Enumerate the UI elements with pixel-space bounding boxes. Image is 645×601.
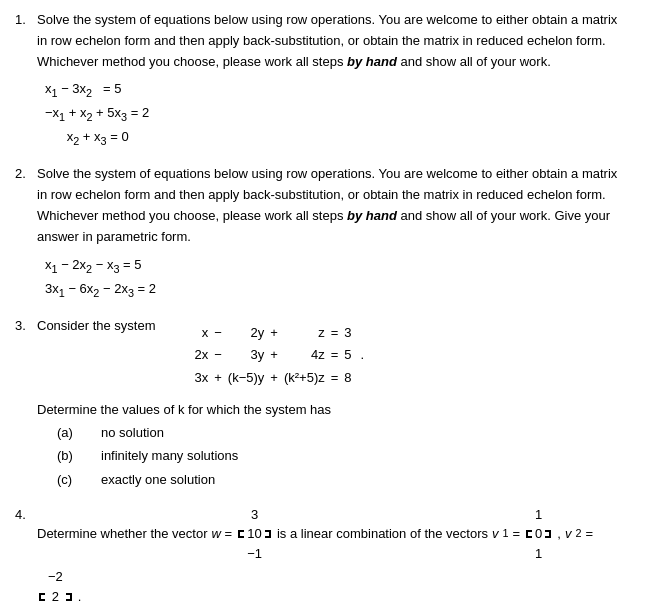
problem-4-text: Determine whether the vector w = 3 10 −1… <box>37 505 630 601</box>
problem-4-desc: Determine whether the vector <box>37 521 208 547</box>
problem-2-text: Solve the system of equations below usin… <box>37 164 630 247</box>
option-a-text: no solution <box>101 421 164 444</box>
eq-1-3: x2 + x3 = 0 <box>45 126 630 150</box>
v1-col: 1 0 1 <box>533 505 544 564</box>
problem-3-body: Consider the system x − 2y + z = 3 2x − <box>37 316 630 491</box>
v1-bracket-right <box>545 530 551 538</box>
problem-4-number: 4. <box>15 505 31 526</box>
problem-3-options: (a) no solution (b) infinitely many solu… <box>57 421 630 491</box>
w-col: 3 10 −1 <box>245 505 264 564</box>
option-c-text: exactly one solution <box>101 468 215 491</box>
v2-col: −2 2 −2 <box>46 567 65 601</box>
eq-1-2: −x1 + x2 + 5x3 = 2 <box>45 102 630 126</box>
system-3-row-2: 2x − 3y + 4z = 5 <box>192 344 355 367</box>
problem-1: 1. Solve the system of equations below u… <box>15 10 630 150</box>
option-b-text: infinitely many solutions <box>101 444 238 467</box>
problem-2: 2. Solve the system of equations below u… <box>15 164 630 301</box>
problem-3: 3. Consider the system x − 2y + z = 3 2x <box>15 316 630 491</box>
problem-3-option-c: (c) exactly one solution <box>57 468 630 491</box>
eq-2-2: 3x1 − 6x2 − 2x3 = 2 <box>45 278 630 302</box>
label-b: (b) <box>57 444 87 467</box>
problem-1-number: 1. <box>15 10 31 31</box>
system-3-row-3: 3x + (k−5)y + (k²+5)z = 8 <box>192 367 355 390</box>
problem-2-number: 2. <box>15 164 31 185</box>
w-vector: 3 10 −1 <box>238 505 271 564</box>
problem-2-equations: x1 − 2x2 − x3 = 5 3x1 − 6x2 − 2x3 = 2 <box>45 254 630 302</box>
v1-bracket-left <box>526 530 532 538</box>
system-3-row-1: x − 2y + z = 3 <box>192 322 355 345</box>
w-bracket-right <box>265 530 271 538</box>
v1-vector: 1 0 1 <box>526 505 551 564</box>
problem-4-v2-label: v <box>565 521 572 547</box>
problem-3-option-b: (b) infinitely many solutions <box>57 444 630 467</box>
problem-1-equations: x1 − 3x2 = 5 −x1 + x2 + 5x3 = 2 x2 + x3 … <box>45 78 630 150</box>
eq-1-1: x1 − 3x2 = 5 <box>45 78 630 102</box>
v2-vector: −2 2 −2 <box>39 567 72 601</box>
problem-3-intro: Consider the system <box>37 316 156 337</box>
eq-2-1: x1 − 2x2 − x3 = 5 <box>45 254 630 278</box>
problem-4: 4. Determine whether the vector w = 3 10… <box>15 505 630 601</box>
problem-3-period: . <box>361 345 365 366</box>
problem-2-bold: by hand <box>347 208 397 223</box>
problem-4-w-label: w = <box>212 521 233 547</box>
label-a: (a) <box>57 421 87 444</box>
label-c: (c) <box>57 468 87 491</box>
problem-4-v1-label: v <box>492 521 499 547</box>
problem-4-mid: is a linear combination of the vectors <box>277 521 488 547</box>
v2-bracket-left <box>39 593 45 601</box>
problem-3-number: 3. <box>15 316 31 337</box>
system-3-table: x − 2y + z = 3 2x − 3y + 4z = <box>192 322 355 390</box>
problem-1-bold: by hand <box>347 54 397 69</box>
v2-bracket-right <box>66 593 72 601</box>
problem-3-determine: Determine the values of k for which the … <box>37 400 630 421</box>
problem-1-text: Solve the system of equations below usin… <box>37 10 630 72</box>
problem-3-option-a: (a) no solution <box>57 421 630 444</box>
problem-1-desc2: and show all of your work. <box>400 54 550 69</box>
w-bracket-left <box>238 530 244 538</box>
